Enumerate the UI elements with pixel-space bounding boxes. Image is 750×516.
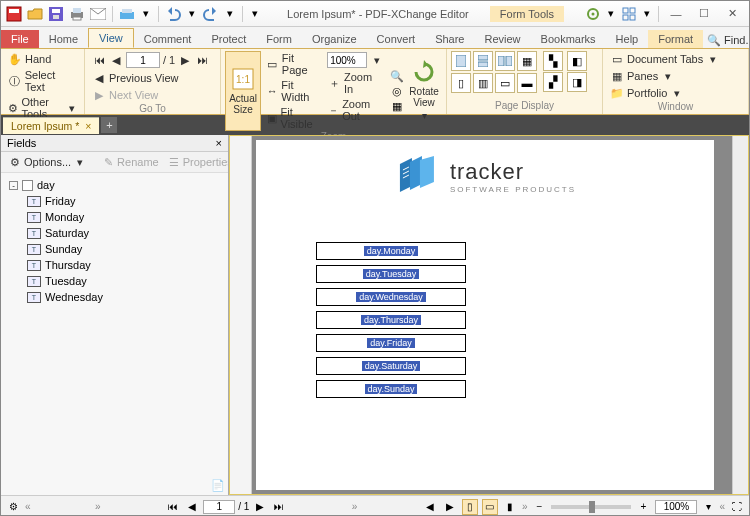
show-gaps-icon[interactable]: ▚ [543,51,563,71]
sb-zoom-menu-icon[interactable]: ▾ [701,500,715,514]
undo-icon[interactable] [164,5,182,23]
sb-zoom-input[interactable] [655,500,697,514]
form-field[interactable]: day.Thursday [316,311,466,329]
zoom-out[interactable]: －Zoom Out [324,97,387,123]
zoom-input[interactable] [327,52,367,68]
prev-page-icon[interactable]: ◀ [109,53,123,67]
close-button[interactable]: ✕ [719,5,745,23]
form-field[interactable]: day.Monday [316,242,466,260]
rotate-view-button[interactable]: Rotate View▾ [406,51,442,131]
vertical-scrollbar[interactable] [732,136,748,494]
minimize-button[interactable]: — [663,5,689,23]
previous-view[interactable]: ◀Previous View [89,70,216,86]
form-field[interactable]: day.Sunday [316,380,466,398]
rtl-icon[interactable]: ◧ [567,51,587,71]
show-cover-icon[interactable]: ▞ [543,72,563,92]
form-field[interactable]: day.Wednesday [316,288,466,306]
save-icon[interactable] [47,5,65,23]
email-icon[interactable] [89,5,107,23]
sb-left-arrows[interactable]: « [25,501,31,512]
tab-form[interactable]: Form [256,30,302,48]
zoom-in[interactable]: ＋Zoom In [324,70,387,96]
document-tab[interactable]: Lorem Ipsum * × [3,117,99,134]
tree-item[interactable]: TThursday [1,257,228,273]
single-page-icon[interactable] [451,51,471,71]
sb-first-icon[interactable]: ⏮ [165,499,181,515]
tab-bookmarks[interactable]: Bookmarks [531,30,606,48]
open-icon[interactable] [26,5,44,23]
tree-item[interactable]: TTuesday [1,273,228,289]
tab-protect[interactable]: Protect [201,30,256,48]
loupe-icon[interactable]: ◎ [390,84,404,98]
document-tabs[interactable]: ▭Document Tabs▾ [607,51,723,67]
undo-more-icon[interactable]: ▾ [185,7,199,21]
document-tab-close-icon[interactable]: × [85,120,91,132]
tree-item[interactable]: TSaturday [1,225,228,241]
tree-root[interactable]: - day [1,177,228,193]
layout2-icon[interactable]: ▥ [473,73,493,93]
two-page-icon[interactable] [495,51,515,71]
sb-options-icon[interactable]: ⚙ [5,499,21,515]
redo-icon[interactable] [202,5,220,23]
pan-zoom-icon[interactable]: ▦ [390,99,404,113]
launch-icon[interactable] [620,5,638,23]
sb-prev-icon[interactable]: ◀ [184,499,200,515]
new-tab-button[interactable]: + [101,117,117,133]
sb-layout2-icon[interactable]: ▭ [482,499,498,515]
page-number-input[interactable] [126,52,160,68]
sb-layout1-icon[interactable]: ▯ [462,499,478,515]
sb-zoom-in-icon[interactable]: + [635,499,651,515]
tab-organize[interactable]: Organize [302,30,367,48]
select-text-tool[interactable]: ⒾSelect Text [5,68,80,94]
qat-customize-icon[interactable]: ▾ [248,7,262,21]
last-page-icon[interactable]: ⏭ [195,53,209,67]
sb-next-icon[interactable]: ▶ [252,499,268,515]
actual-size-button[interactable]: 1:1 Actual Size [225,51,261,131]
sb-last-icon[interactable]: ⏭ [271,499,287,515]
layout3-icon[interactable]: ▭ [495,73,515,93]
sb-fwd-icon[interactable]: ▶ [442,499,458,515]
next-page-icon[interactable]: ▶ [178,53,192,67]
two-continuous-icon[interactable]: ▦ [517,51,537,71]
zoom-slider[interactable] [551,505,631,509]
sb-back-icon[interactable]: ◀ [422,499,438,515]
maximize-button[interactable]: ☐ [691,5,717,23]
page-view[interactable]: tracker SOFTWARE PRODUCTS day.Mondayday.… [256,140,714,490]
sb-zoom-out-icon[interactable]: − [531,499,547,515]
zoom-percent[interactable]: ▾ [324,51,387,69]
print-icon[interactable] [68,5,86,23]
next-view[interactable]: ▶Next View [89,87,216,103]
qat-dropdown-icon[interactable]: ▾ [139,7,153,21]
form-field[interactable]: day.Friday [316,334,466,352]
panes[interactable]: ▦Panes▾ [607,68,723,84]
tab-review[interactable]: Review [474,30,530,48]
tree-item[interactable]: TSunday [1,241,228,257]
fit-width[interactable]: ↔Fit Width [263,78,322,104]
fields-pane-close-icon[interactable]: × [216,137,222,149]
sb-page-input[interactable] [203,500,235,514]
fit-page[interactable]: ▭Fit Page [263,51,322,77]
redo-more-icon[interactable]: ▾ [223,7,237,21]
tab-comment[interactable]: Comment [134,30,202,48]
form-field[interactable]: day.Tuesday [316,265,466,283]
form-field[interactable]: day.Saturday [316,357,466,375]
zoom-tool-icon[interactable]: 🔍 [390,69,404,83]
continuous-icon[interactable] [473,51,493,71]
tree-item[interactable]: TMonday [1,209,228,225]
layout4-icon[interactable]: ▬ [517,73,537,93]
hand-tool[interactable]: ✋Hand [5,51,80,67]
tree-item[interactable]: TFriday [1,193,228,209]
chevron-down-icon[interactable]: ▾ [370,53,384,67]
layout1-icon[interactable]: ▯ [451,73,471,93]
first-page-icon[interactable]: ⏮ [92,53,106,67]
left-pane-strip[interactable] [230,136,252,494]
tab-convert[interactable]: Convert [367,30,426,48]
portfolio[interactable]: 📁Portfolio▾ [607,85,723,101]
tab-share[interactable]: Share [425,30,474,48]
fit-visible[interactable]: ▣Fit Visible [263,105,322,131]
tab-view[interactable]: View [88,28,134,48]
launch-more-icon[interactable]: ▾ [640,7,654,21]
ui-options-more-icon[interactable]: ▾ [604,7,618,21]
find-button[interactable]: 🔍Find... [703,32,750,48]
tab-home[interactable]: Home [39,30,88,48]
